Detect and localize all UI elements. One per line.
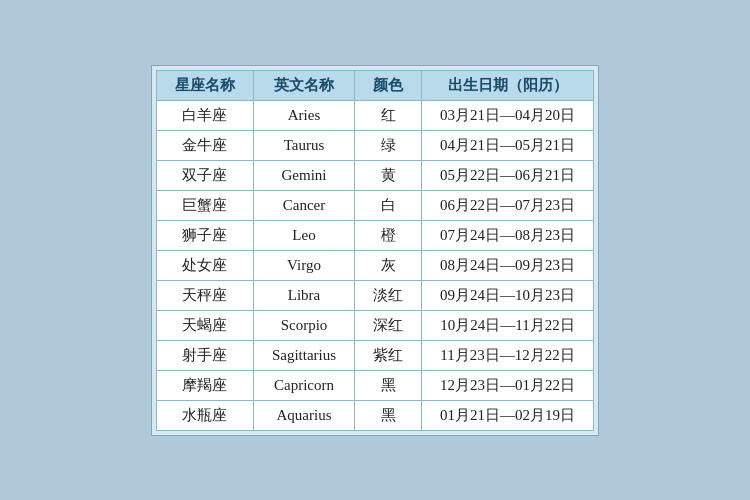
table-cell: 黄 [355, 160, 422, 190]
table-cell: 白羊座 [156, 100, 253, 130]
table-header-row: 星座名称英文名称颜色出生日期（阳历） [156, 70, 593, 100]
table-cell: 巨蟹座 [156, 190, 253, 220]
table-cell: 黑 [355, 370, 422, 400]
table-cell: Scorpio [253, 310, 354, 340]
table-cell: 07月24日—08月23日 [422, 220, 594, 250]
table-cell: 06月22日—07月23日 [422, 190, 594, 220]
table-cell: Sagittarius [253, 340, 354, 370]
table-cell: 射手座 [156, 340, 253, 370]
table-cell: 橙 [355, 220, 422, 250]
table-cell: 天蝎座 [156, 310, 253, 340]
table-cell: 05月22日—06月21日 [422, 160, 594, 190]
table-row: 摩羯座Capricorn黑12月23日—01月22日 [156, 370, 593, 400]
column-header: 出生日期（阳历） [422, 70, 594, 100]
table-cell: 10月24日—11月22日 [422, 310, 594, 340]
table-cell: 黑 [355, 400, 422, 430]
table-body: 白羊座Aries红03月21日—04月20日金牛座Taurus绿04月21日—0… [156, 100, 593, 430]
table-cell: 天秤座 [156, 280, 253, 310]
table-cell: Aries [253, 100, 354, 130]
table-cell: Libra [253, 280, 354, 310]
table-cell: 08月24日—09月23日 [422, 250, 594, 280]
table-cell: 水瓶座 [156, 400, 253, 430]
table-cell: 深红 [355, 310, 422, 340]
column-header: 颜色 [355, 70, 422, 100]
table-cell: 绿 [355, 130, 422, 160]
table-cell: Aquarius [253, 400, 354, 430]
table-cell: Virgo [253, 250, 354, 280]
table-cell: 12月23日—01月22日 [422, 370, 594, 400]
table-cell: Taurus [253, 130, 354, 160]
table-row: 天秤座Libra淡红09月24日—10月23日 [156, 280, 593, 310]
table-cell: 狮子座 [156, 220, 253, 250]
zodiac-table: 星座名称英文名称颜色出生日期（阳历） 白羊座Aries红03月21日—04月20… [156, 70, 594, 431]
table-cell: 处女座 [156, 250, 253, 280]
table-cell: 01月21日—02月19日 [422, 400, 594, 430]
table-row: 射手座Sagittarius紫红11月23日—12月22日 [156, 340, 593, 370]
table-row: 狮子座Leo橙07月24日—08月23日 [156, 220, 593, 250]
table-cell: 双子座 [156, 160, 253, 190]
table-row: 水瓶座Aquarius黑01月21日—02月19日 [156, 400, 593, 430]
table-row: 双子座Gemini黄05月22日—06月21日 [156, 160, 593, 190]
column-header: 星座名称 [156, 70, 253, 100]
table-cell: 04月21日—05月21日 [422, 130, 594, 160]
table-row: 金牛座Taurus绿04月21日—05月21日 [156, 130, 593, 160]
table-cell: 03月21日—04月20日 [422, 100, 594, 130]
table-row: 白羊座Aries红03月21日—04月20日 [156, 100, 593, 130]
table-cell: Leo [253, 220, 354, 250]
table-row: 巨蟹座Cancer白06月22日—07月23日 [156, 190, 593, 220]
table-cell: 白 [355, 190, 422, 220]
table-cell: Capricorn [253, 370, 354, 400]
table-cell: 淡红 [355, 280, 422, 310]
table-container: 星座名称英文名称颜色出生日期（阳历） 白羊座Aries红03月21日—04月20… [151, 65, 599, 436]
table-cell: 金牛座 [156, 130, 253, 160]
table-cell: Gemini [253, 160, 354, 190]
table-row: 天蝎座Scorpio深红10月24日—11月22日 [156, 310, 593, 340]
column-header: 英文名称 [253, 70, 354, 100]
table-cell: 紫红 [355, 340, 422, 370]
table-cell: 11月23日—12月22日 [422, 340, 594, 370]
table-cell: 摩羯座 [156, 370, 253, 400]
table-row: 处女座Virgo灰08月24日—09月23日 [156, 250, 593, 280]
table-cell: 09月24日—10月23日 [422, 280, 594, 310]
table-cell: 红 [355, 100, 422, 130]
table-cell: 灰 [355, 250, 422, 280]
table-cell: Cancer [253, 190, 354, 220]
